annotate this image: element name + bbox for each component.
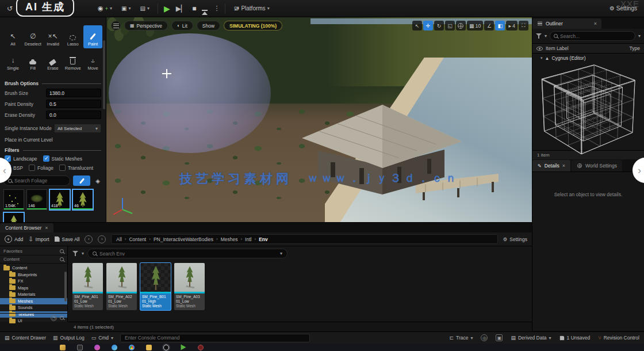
taskbar-app-icon[interactable] xyxy=(94,345,100,350)
screenshot-icon[interactable]: ▣ xyxy=(496,334,503,341)
scale-snap-toggle[interactable]: ◧ xyxy=(495,21,505,30)
derived-data-dropdown[interactable]: ▤ Derived Data ▾ xyxy=(511,335,551,341)
stop-button[interactable]: ■ xyxy=(192,5,196,13)
paint-mode-button[interactable] xyxy=(73,175,90,186)
taskbar-app-icon[interactable] xyxy=(198,345,204,350)
brush-size-field[interactable]: 1380.0 xyxy=(46,89,101,97)
eject-button[interactable] xyxy=(202,5,208,12)
foliage-tool-fill[interactable]: Fill xyxy=(24,49,43,73)
import-button[interactable]: ⇩ Import xyxy=(28,236,49,242)
back-button[interactable]: ‹ xyxy=(85,235,93,243)
asset-card[interactable]: SM_Pine_A03 01_Low Static Mesh xyxy=(174,263,205,310)
taskbar-app-icon[interactable] xyxy=(112,345,117,350)
trace-dropdown[interactable]: ⊏ Trace ▾ xyxy=(449,335,473,341)
close-icon[interactable]: × xyxy=(594,21,597,26)
folder-row[interactable]: Materials xyxy=(0,291,67,298)
foliage-settings-icon[interactable]: ◈ xyxy=(93,176,102,185)
foliage-tool-move[interactable]: ↔↕ Move xyxy=(83,49,102,73)
foliage-tool-invalid[interactable]: ×↖ Invalid xyxy=(44,25,63,48)
foliage-search-input[interactable] xyxy=(14,178,66,184)
breadcrumb-item[interactable]: Content xyxy=(129,236,146,242)
select-tool-icon[interactable]: ↖ xyxy=(412,21,422,30)
tab-content-browser[interactable]: Content Browser × xyxy=(0,223,53,232)
single-instance-dropdown[interactable]: All Selected ▾ xyxy=(54,124,101,133)
foliage-item[interactable]: 418 xyxy=(49,189,70,210)
panel-scrollbar[interactable] xyxy=(103,40,105,109)
expand-arrow-icon[interactable]: ▾ xyxy=(540,56,543,60)
play-options-icon[interactable]: ⋮ xyxy=(213,5,219,12)
output-log-button[interactable]: ▥ Output Log xyxy=(53,335,85,341)
revision-control-button[interactable]: ⑂ Revision Control xyxy=(598,335,639,341)
taskbar-explorer-icon[interactable] xyxy=(60,345,66,350)
filter-icon[interactable] xyxy=(536,33,542,39)
folder-row[interactable]: Blueprints xyxy=(0,272,67,278)
asset-card-selected[interactable]: SM_Pine_B01 01_High Static Mesh xyxy=(140,263,171,310)
foliage-item[interactable]: 146 xyxy=(26,189,47,210)
show-flags-dropdown[interactable]: Show xyxy=(197,21,220,30)
cmd-dropdown[interactable]: ▭ Cmd ▾ xyxy=(91,335,113,341)
foliage-tool-deselect[interactable]: ∅ Deselect xyxy=(24,25,43,48)
taskbar-launcher-icon[interactable] xyxy=(181,345,186,350)
rotation-snap-toggle[interactable]: ∠ xyxy=(484,21,494,30)
breadcrumb-item-current[interactable]: Env xyxy=(259,236,268,242)
folder-row[interactable]: Content xyxy=(0,265,67,272)
filter-translucent[interactable]: Translucent xyxy=(59,165,93,171)
level-viewport[interactable]: ▦ Perspective ◐ Lit Show SIMULATING (100… xyxy=(106,17,532,222)
erase-density-field[interactable]: 0.0 xyxy=(46,110,101,119)
foliage-item[interactable]: 1.04K xyxy=(3,189,24,210)
asset-card[interactable]: SM_Pine_A01 01_Low Static Mesh xyxy=(72,263,103,310)
insights-icon[interactable]: ◎ xyxy=(481,334,488,341)
forward-button[interactable]: › xyxy=(98,235,106,243)
blueprints-button[interactable]: ▣▾ xyxy=(119,4,133,13)
outliner-search[interactable] xyxy=(550,31,635,41)
visibility-icon[interactable] xyxy=(536,47,543,51)
foliage-tool-paint[interactable]: Paint xyxy=(83,25,102,48)
filter-foliage[interactable]: Foliage xyxy=(29,165,53,171)
camera-speed-button[interactable]: ▸4 xyxy=(506,21,518,30)
breadcrumb-item[interactable]: All xyxy=(116,236,121,242)
tab-details[interactable]: ✎ Details × xyxy=(532,160,570,171)
close-icon[interactable]: × xyxy=(45,225,48,231)
content-browser-settings-button[interactable]: ⚙ Settings xyxy=(503,236,527,242)
platforms-button[interactable]: 🖳 Platforms ▾ xyxy=(231,4,271,13)
taskbar-browser-icon[interactable] xyxy=(129,345,135,350)
filter-static-meshes[interactable]: Static Meshes xyxy=(43,155,82,162)
foliage-tool-single[interactable]: ↓ Single xyxy=(3,49,22,73)
taskbar-active-app-icon[interactable] xyxy=(163,345,169,350)
world-space-icon[interactable] xyxy=(456,21,466,30)
foliage-tool-remove[interactable]: Remove xyxy=(63,49,82,73)
filter-clock-icon[interactable]: ◷ xyxy=(51,315,57,321)
foliage-tool-lasso[interactable]: Lasso xyxy=(63,25,82,48)
maximize-viewport-icon[interactable]: ⛶ xyxy=(519,21,528,30)
tab-outliner[interactable]: Outliner × xyxy=(532,18,601,29)
add-button[interactable]: + Add xyxy=(5,235,23,243)
perspective-dropdown[interactable]: ▦ Perspective xyxy=(124,21,168,30)
content-drawer-button[interactable]: ▤ Content Drawer xyxy=(5,335,46,341)
asset-search-input[interactable] xyxy=(99,251,277,257)
add-actor-button[interactable]: ◉+▾ xyxy=(95,3,114,13)
grid-snap-toggle[interactable]: ▦10 xyxy=(467,21,484,30)
unsaved-button[interactable]: 1 Unsaved xyxy=(559,335,591,341)
tab-world-settings[interactable]: World Settings xyxy=(572,160,622,171)
taskbar-app-icon[interactable] xyxy=(77,345,83,350)
console-command-input[interactable] xyxy=(120,334,310,342)
filter-landscape[interactable]: Landscape xyxy=(5,155,37,162)
save-all-button[interactable]: Save All xyxy=(55,236,80,242)
translate-tool-icon[interactable]: ✛ xyxy=(423,21,433,30)
rotate-tool-icon[interactable]: ↻ xyxy=(434,21,444,30)
breadcrumb-item[interactable]: Meshes xyxy=(221,236,238,242)
tree-scrollbar[interactable] xyxy=(64,272,67,302)
close-icon[interactable]: × xyxy=(562,163,565,169)
foliage-tool-erase[interactable]: Erase xyxy=(44,49,63,73)
viewport-options-button[interactable] xyxy=(111,21,121,30)
folder-row[interactable]: Sounds xyxy=(0,304,67,311)
undo-icon[interactable]: ↺ xyxy=(5,3,15,14)
breadcrumb-item[interactable]: Intl xyxy=(245,236,251,242)
scale-tool-icon[interactable]: ◱ xyxy=(445,21,455,30)
outliner-row-level[interactable]: ▾ ▲ Cygnus (Editor) xyxy=(532,54,644,63)
view-mode-dropdown[interactable]: ◐ Lit xyxy=(171,21,193,30)
cinematics-button[interactable]: ▤▾ xyxy=(137,4,151,13)
frame-skip-button[interactable]: ▶▏ xyxy=(176,5,186,13)
foliage-item[interactable]: 46 xyxy=(72,189,93,210)
taskbar-folder-icon[interactable] xyxy=(146,345,152,350)
